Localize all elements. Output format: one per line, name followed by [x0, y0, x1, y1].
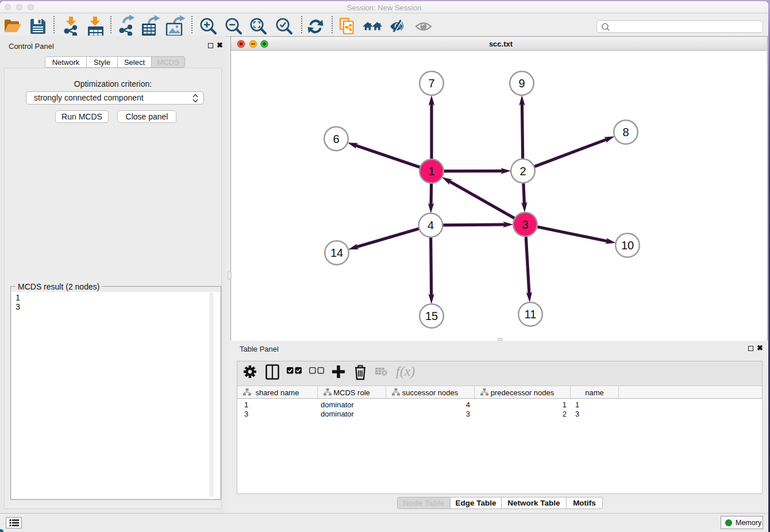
svg-text:15: 15 [425, 310, 438, 322]
svg-text:14: 14 [330, 246, 343, 259]
svg-text:2: 2 [519, 165, 526, 178]
svg-text:1: 1 [428, 165, 434, 178]
svg-text:7: 7 [428, 77, 434, 90]
svg-text:6: 6 [333, 133, 339, 145]
svg-text:9: 9 [518, 77, 525, 90]
svg-text:3: 3 [522, 218, 528, 231]
svg-text:10: 10 [621, 239, 634, 252]
svg-text:4: 4 [428, 219, 434, 232]
svg-text:11: 11 [525, 308, 537, 321]
svg-text:8: 8 [622, 126, 629, 138]
svg-text:f(x): f(x) [396, 364, 415, 379]
